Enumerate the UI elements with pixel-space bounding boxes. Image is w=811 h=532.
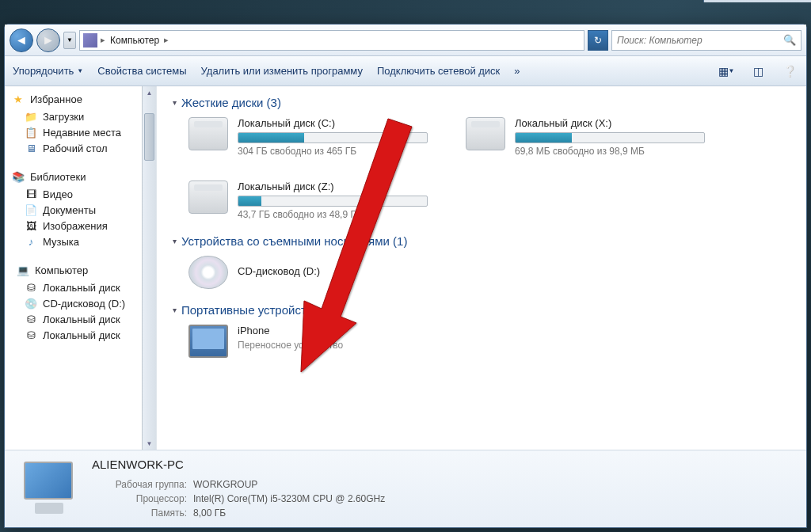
drive-free-text: 304 ГБ свободно из 465 ГБ bbox=[238, 146, 442, 157]
forward-button[interactable]: ► bbox=[36, 28, 60, 52]
back-button[interactable]: ◄ bbox=[10, 28, 33, 52]
section-removable[interactable]: ▾Устройства со съемными носителями (1) bbox=[173, 234, 790, 248]
recent-icon: 📋 bbox=[24, 126, 38, 139]
cd-icon bbox=[188, 256, 228, 289]
hdd-icon bbox=[466, 117, 505, 150]
libraries-group[interactable]: 📚Библиотеки bbox=[11, 167, 156, 186]
drive-c[interactable]: Локальный диск (C:) 304 ГБ свободно из 4… bbox=[188, 117, 442, 157]
desktop-icon: 🖥 bbox=[24, 142, 38, 154]
section-portable[interactable]: ▾Портативные устройства (1) bbox=[173, 303, 790, 317]
search-input[interactable] bbox=[617, 35, 783, 46]
view-options-icon[interactable]: ▦▼ bbox=[718, 63, 735, 80]
address-bar[interactable]: ▸ Компьютер ▸ bbox=[79, 30, 584, 51]
capacity-bar bbox=[515, 132, 705, 143]
nav-history-dropdown[interactable]: ▼ bbox=[63, 32, 76, 49]
refresh-button[interactable]: ↻ bbox=[588, 30, 608, 51]
sidebar-music[interactable]: ♪Музыка bbox=[11, 234, 156, 249]
system-properties-button[interactable]: Свойства системы bbox=[97, 65, 186, 77]
drive-icon: ⛁ bbox=[24, 313, 38, 325]
breadcrumb-sep: ▸ bbox=[164, 35, 169, 45]
ram-label: Память: bbox=[92, 506, 187, 520]
scroll-thumb[interactable] bbox=[144, 113, 154, 161]
document-icon: 📄 bbox=[24, 203, 38, 216]
hdd-icon bbox=[188, 180, 228, 214]
sidebar-images[interactable]: 🖼Изображения bbox=[11, 218, 156, 234]
workgroup-label: Рабочая группа: bbox=[92, 477, 187, 492]
sidebar-local-disk[interactable]: ⛁Локальный диск bbox=[11, 279, 156, 295]
sidebar-cd-drive[interactable]: 💿CD-дисковод (D:) bbox=[11, 295, 156, 311]
sidebar-scrollbar[interactable]: ▲ ▼ bbox=[142, 86, 156, 450]
explorer-window: ◄ ► ▼ ▸ Компьютер ▸ ↻ 🔍 Упорядочить▼ Сво… bbox=[4, 24, 807, 528]
hdd-icon bbox=[188, 117, 228, 150]
cd-icon: 💿 bbox=[24, 297, 38, 310]
favorites-group[interactable]: ★Избранное bbox=[11, 89, 156, 108]
drive-cd[interactable]: CD-дисковод (D:) bbox=[188, 256, 442, 289]
music-icon: ♪ bbox=[24, 235, 38, 248]
help-icon[interactable]: ❔ bbox=[781, 63, 798, 80]
cpu-value: Intel(R) Core(TM) i5-3230M CPU @ 2.60GHz bbox=[193, 492, 385, 506]
toolbar-overflow[interactable]: » bbox=[514, 65, 520, 77]
device-label: iPhone bbox=[238, 325, 442, 336]
drive-z[interactable]: Локальный диск (Z:) 43,7 ГБ свободно из … bbox=[188, 180, 442, 220]
sidebar-downloads[interactable]: 📁Загрузки bbox=[11, 108, 156, 124]
section-hard-drives[interactable]: ▾Жесткие диски (3) bbox=[173, 96, 790, 109]
details-pane: ALIENWORK-PC Рабочая группа:WORKGROUP Пр… bbox=[5, 450, 806, 527]
nav-bar: ◄ ► ▼ ▸ Компьютер ▸ ↻ 🔍 bbox=[5, 25, 806, 56]
drive-label: Локальный диск (X:) bbox=[515, 117, 719, 129]
computer-group[interactable]: 💻Компьютер bbox=[11, 260, 156, 279]
library-icon: 📚 bbox=[11, 169, 25, 184]
folder-icon: 📁 bbox=[24, 110, 38, 123]
drive-free-text: 69,8 МБ свободно из 98,9 МБ bbox=[515, 146, 719, 157]
video-icon: 🎞 bbox=[24, 188, 38, 200]
computer-icon: 💻 bbox=[16, 263, 30, 277]
sidebar-local-disk[interactable]: ⛁Локальный диск bbox=[11, 327, 156, 343]
collapse-icon: ▾ bbox=[173, 98, 177, 107]
search-box[interactable]: 🔍 bbox=[611, 30, 801, 51]
search-icon: 🔍 bbox=[783, 34, 796, 46]
drive-x[interactable]: Локальный диск (X:) 69,8 МБ свободно из … bbox=[466, 117, 719, 157]
workgroup-value: WORKGROUP bbox=[193, 477, 257, 492]
navigation-pane: ★Избранное 📁Загрузки 📋Недавние места 🖥Ра… bbox=[5, 86, 157, 450]
organize-menu[interactable]: Упорядочить▼ bbox=[13, 65, 83, 77]
scroll-up-icon[interactable]: ▲ bbox=[143, 86, 156, 99]
capacity-bar bbox=[238, 132, 428, 143]
drive-free-text: 43,7 ГБ свободно из 48,9 ГБ bbox=[238, 209, 442, 220]
content-pane: ▾Жесткие диски (3) Локальный диск (C:) 3… bbox=[157, 86, 806, 450]
map-network-drive-button[interactable]: Подключить сетевой диск bbox=[377, 65, 500, 77]
drive-label: CD-дисковод (D:) bbox=[238, 265, 442, 277]
preview-pane-icon[interactable]: ◫ bbox=[749, 63, 767, 80]
sidebar-recent[interactable]: 📋Недавние места bbox=[11, 124, 156, 140]
device-icon bbox=[188, 325, 228, 358]
cpu-label: Процессор: bbox=[92, 492, 187, 506]
window-titlebar: ─ ☐ ✕ bbox=[703, 0, 811, 2]
computer-large-icon bbox=[17, 458, 79, 520]
sidebar-local-disk[interactable]: ⛁Локальный диск bbox=[11, 311, 156, 327]
chevron-down-icon: ▼ bbox=[77, 67, 83, 74]
collapse-icon: ▾ bbox=[173, 306, 177, 314]
sidebar-documents[interactable]: 📄Документы bbox=[11, 202, 156, 218]
sidebar-desktop[interactable]: 🖥Рабочий стол bbox=[11, 140, 156, 156]
collapse-icon: ▾ bbox=[173, 237, 177, 245]
star-icon: ★ bbox=[11, 92, 25, 106]
drive-label: Локальный диск (C:) bbox=[238, 117, 442, 129]
computer-icon bbox=[83, 33, 97, 48]
capacity-bar bbox=[238, 196, 428, 207]
drive-icon: ⛁ bbox=[24, 329, 38, 341]
drive-icon: ⛁ bbox=[24, 281, 38, 294]
device-subtitle: Переносное устройство bbox=[238, 340, 442, 351]
device-iphone[interactable]: iPhone Переносное устройство bbox=[188, 325, 442, 358]
ram-value: 8,00 ГБ bbox=[193, 506, 226, 520]
breadcrumb-sep: ▸ bbox=[101, 35, 105, 45]
pc-name: ALIENWORK-PC bbox=[92, 458, 385, 471]
uninstall-program-button[interactable]: Удалить или изменить программу bbox=[201, 65, 363, 77]
drive-label: Локальный диск (Z:) bbox=[238, 180, 442, 192]
breadcrumb-computer[interactable]: Компьютер bbox=[109, 35, 161, 46]
sidebar-video[interactable]: 🎞Видео bbox=[11, 186, 156, 202]
toolbar: Упорядочить▼ Свойства системы Удалить ил… bbox=[5, 56, 806, 86]
scroll-down-icon[interactable]: ▼ bbox=[143, 437, 156, 450]
image-icon: 🖼 bbox=[24, 219, 38, 232]
